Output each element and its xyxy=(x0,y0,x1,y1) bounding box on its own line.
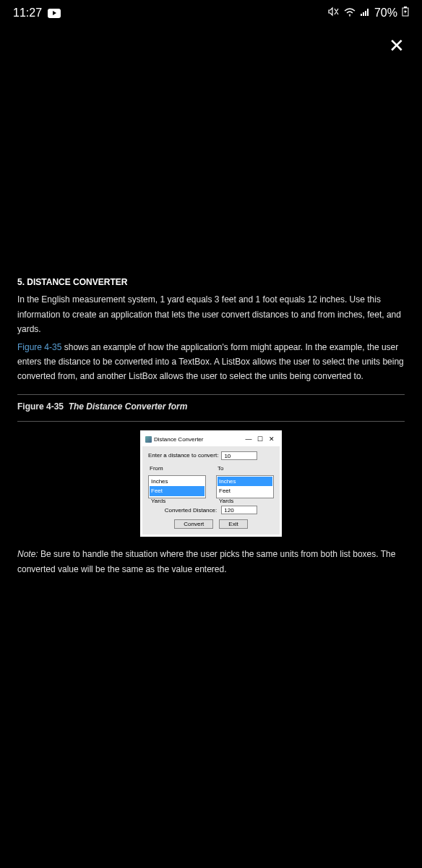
list-item[interactable]: Yards xyxy=(218,496,272,506)
problem-paragraph-1: In the English measurement system, 1 yar… xyxy=(17,292,405,336)
list-item[interactable]: Feet xyxy=(218,486,272,496)
to-label: To xyxy=(216,464,274,474)
note-text: Be sure to handle the situation where th… xyxy=(17,549,395,574)
svg-rect-3 xyxy=(365,11,366,16)
status-bar: 11:27 70% xyxy=(0,0,422,26)
svg-rect-4 xyxy=(367,9,369,16)
divider xyxy=(17,394,405,395)
titlebar-left: Distance Converter xyxy=(145,435,203,445)
figure-ref-continuation: shows an example of how the application'… xyxy=(17,342,404,382)
maximize-button[interactable]: ☐ xyxy=(255,434,265,445)
minimize-button[interactable]: — xyxy=(244,434,254,445)
list-item[interactable]: Inches xyxy=(218,477,272,487)
to-column: To Inches Feet Yards xyxy=(216,464,274,498)
mute-icon xyxy=(328,7,340,20)
list-item[interactable]: Yards xyxy=(150,496,204,506)
battery-icon xyxy=(402,7,409,20)
problem-heading: 5. DISTANCE CONVERTER xyxy=(17,275,405,289)
to-listbox[interactable]: Inches Feet Yards xyxy=(216,475,274,498)
from-column: From Inches Feet Yards xyxy=(148,464,206,498)
list-item[interactable]: Feet xyxy=(150,486,204,496)
enter-distance-label: Enter a distance to convert: xyxy=(148,451,218,461)
signal-icon xyxy=(360,7,370,20)
figure-caption: Figure 4-35 The Distance Converter form xyxy=(17,399,405,414)
status-right: 70% xyxy=(328,7,409,20)
form-body: Enter a distance to convert: From Inches… xyxy=(142,446,280,535)
youtube-icon xyxy=(48,9,61,18)
distance-converter-window: Distance Converter — ☐ ✕ Enter a distanc… xyxy=(140,430,282,537)
figure-caption-title: The Distance Converter form xyxy=(69,401,188,412)
figure-caption-prefix: Figure 4-35 xyxy=(17,401,64,412)
document-content: 5. DISTANCE CONVERTER In the English mea… xyxy=(17,275,405,576)
list-item[interactable]: Inches xyxy=(150,477,204,487)
svg-point-0 xyxy=(349,15,350,17)
wifi-icon xyxy=(344,7,356,20)
from-listbox[interactable]: Inches Feet Yards xyxy=(148,475,206,498)
status-left: 11:27 xyxy=(13,7,61,20)
app-icon xyxy=(145,436,152,443)
converted-label: Converted Distance: xyxy=(165,506,217,516)
distance-input[interactable] xyxy=(221,451,257,460)
exit-button[interactable]: Exit xyxy=(219,519,247,529)
converted-row: Converted Distance: xyxy=(148,506,274,516)
status-battery: 70% xyxy=(374,7,397,20)
svg-rect-1 xyxy=(361,14,362,16)
svg-rect-2 xyxy=(363,12,364,16)
figure-reference-link[interactable]: Figure 4-35 xyxy=(17,342,61,352)
divider xyxy=(17,421,405,422)
titlebar-controls: — ☐ ✕ xyxy=(244,434,277,445)
close-button[interactable]: ✕ xyxy=(389,35,405,57)
note-paragraph: Note: Be sure to handle the situation wh… xyxy=(17,547,405,576)
note-label: Note: xyxy=(17,549,38,559)
enter-distance-row: Enter a distance to convert: xyxy=(148,451,274,461)
window-close-button[interactable]: ✕ xyxy=(267,434,277,445)
status-time: 11:27 xyxy=(13,7,42,20)
units-columns: From Inches Feet Yards To Inches Feet Ya… xyxy=(148,464,274,498)
from-label: From xyxy=(148,464,206,474)
converted-output xyxy=(221,506,257,514)
window-titlebar: Distance Converter — ☐ ✕ xyxy=(142,433,280,446)
window-title: Distance Converter xyxy=(154,435,203,445)
svg-rect-6 xyxy=(404,7,407,8)
problem-paragraph-2: Figure 4-35 shows an example of how the … xyxy=(17,340,405,384)
convert-button[interactable]: Convert xyxy=(174,519,213,529)
button-row: Convert Exit xyxy=(148,519,274,529)
